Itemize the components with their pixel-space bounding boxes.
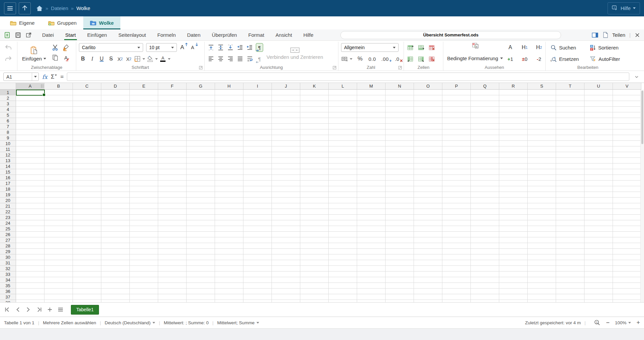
select-all-corner[interactable]	[0, 83, 16, 90]
zoom-in-button[interactable]: +	[636, 320, 640, 326]
status-item-4[interactable]: Mittelwert; Summe	[217, 320, 259, 325]
column-header-D[interactable]: D	[101, 83, 130, 90]
wrap-text-button[interactable]	[246, 54, 253, 63]
row-header-36[interactable]: 36	[0, 289, 16, 294]
background-color-button[interactable]	[146, 54, 154, 63]
style-neutral-button[interactable]: ±0	[521, 54, 528, 63]
italic-button[interactable]: I	[88, 54, 96, 63]
insert-rows-below-button[interactable]	[417, 43, 425, 52]
sheet-list-button[interactable]	[56, 305, 65, 314]
row-header-20[interactable]: 20	[0, 198, 16, 203]
menu-item-5[interactable]: Daten	[182, 30, 206, 39]
font-color-caret-icon[interactable]	[168, 58, 171, 60]
autosum-button[interactable]: Σ	[51, 74, 57, 80]
menu-item-6[interactable]: Überprüfen	[206, 30, 243, 39]
search-button[interactable]: Suchen	[548, 44, 583, 51]
function-wizard-button[interactable]: fx	[42, 74, 47, 80]
superscript-button[interactable]: X2	[125, 54, 132, 63]
row-header-19[interactable]: 19	[0, 192, 16, 198]
column-header-N[interactable]: N	[386, 83, 414, 90]
sidebar-toggle-button[interactable]	[592, 32, 599, 38]
align-left-button[interactable]	[207, 54, 215, 63]
column-header-G[interactable]: G	[187, 83, 215, 90]
row-header-38[interactable]: 38	[0, 300, 16, 302]
strikethrough-button[interactable]: S	[107, 54, 115, 63]
column-header-L[interactable]: L	[329, 83, 357, 90]
replace-button[interactable]: ab Ersetzen	[548, 55, 583, 63]
row-header-8[interactable]: 8	[0, 129, 16, 135]
formula-input[interactable]	[67, 73, 629, 81]
decrease-indent-button[interactable]	[246, 43, 253, 52]
column-header-K[interactable]: K	[300, 83, 329, 90]
autofilter-button[interactable]: AutoFilter	[588, 55, 622, 63]
menu-item-1[interactable]: Start	[60, 30, 82, 39]
breadcrumb-dateien[interactable]: Dateien	[51, 5, 68, 11]
next-sheet-button[interactable]	[24, 305, 33, 314]
row-header-15[interactable]: 15	[0, 169, 16, 175]
subscript-button[interactable]: X2	[116, 54, 124, 63]
tab-eigene[interactable]: Eigene	[3, 16, 41, 29]
row-header-35[interactable]: 35	[0, 283, 16, 289]
row-header-24[interactable]: 24	[0, 220, 16, 226]
row-header-6[interactable]: 6	[0, 118, 16, 124]
vertical-scrollbar[interactable]	[640, 90, 644, 302]
zoom-level[interactable]: 100%	[615, 320, 631, 325]
menu-item-2[interactable]: Einfügen	[82, 30, 113, 39]
add-decimal-button[interactable]: .00+	[381, 54, 389, 63]
left-to-right-button[interactable]: ¶	[256, 43, 263, 52]
insert-columns-right-button[interactable]	[417, 54, 425, 63]
menu-item-4[interactable]: Formeln	[152, 30, 182, 39]
row-header-14[interactable]: 14	[0, 163, 16, 169]
row-header-30[interactable]: 30	[0, 254, 16, 260]
cut-button[interactable]	[51, 43, 59, 52]
align-right-button[interactable]	[227, 54, 234, 63]
justify-button[interactable]	[236, 54, 244, 63]
row-header-37[interactable]: 37	[0, 294, 16, 300]
grow-font-button[interactable]: A	[180, 43, 187, 52]
row-header-22[interactable]: 22	[0, 209, 16, 215]
style-good-button[interactable]: +1	[507, 54, 514, 63]
row-header-32[interactable]: 32	[0, 266, 16, 271]
font-color-button[interactable]: A	[159, 54, 167, 63]
font-size-combobox[interactable]: 10 pt	[146, 43, 177, 52]
share-button[interactable]: Teilen	[612, 32, 625, 38]
remove-decimal-button[interactable]: .0✕	[394, 54, 401, 63]
column-header-E[interactable]: E	[130, 83, 158, 90]
document-properties-icon[interactable]	[603, 32, 608, 38]
right-to-left-button[interactable]: ¶	[256, 54, 263, 63]
home-icon[interactable]	[36, 5, 43, 11]
close-document-button[interactable]	[635, 32, 640, 38]
alignment-group-expand-icon[interactable]	[333, 66, 336, 70]
increase-indent-button[interactable]	[236, 43, 244, 52]
parent-folder-button[interactable]	[19, 2, 31, 14]
row-header-3[interactable]: 3	[0, 101, 16, 107]
help-button[interactable]: ? Hilfe	[608, 2, 640, 14]
sort-button[interactable]: AZ Sortieren	[588, 44, 621, 51]
shrink-font-button[interactable]: A	[190, 43, 198, 52]
redo-button[interactable]	[5, 54, 12, 63]
style-heading1-button[interactable]: H1	[521, 43, 528, 52]
number-group-expand-icon[interactable]	[398, 66, 402, 70]
row-header-27[interactable]: 27	[0, 237, 16, 243]
delete-columns-button[interactable]	[428, 54, 435, 63]
name-box-caret[interactable]	[32, 73, 38, 81]
borders-caret-icon[interactable]	[142, 58, 145, 60]
row-header-26[interactable]: 26	[0, 232, 16, 237]
number-format-combobox[interactable]: Allgemein	[341, 43, 399, 52]
row-header-28[interactable]: 28	[0, 243, 16, 249]
status-item-1[interactable]: Mehrere Zellen auswählen	[43, 320, 96, 325]
app-menu-button[interactable]	[4, 2, 16, 14]
menu-item-7[interactable]: Format	[243, 30, 270, 39]
add-sheet-button[interactable]	[45, 305, 54, 314]
background-color-caret-icon[interactable]	[155, 58, 158, 60]
style-default-button[interactable]: A	[507, 43, 514, 52]
column-header-U[interactable]: U	[584, 83, 613, 90]
zoom-out-button[interactable]: −	[606, 320, 610, 326]
copy-button[interactable]	[51, 53, 59, 62]
menu-item-3[interactable]: Seitenlayout	[113, 30, 152, 39]
menu-item-9[interactable]: Hilfe	[298, 30, 319, 39]
style-heading2-button[interactable]: H2	[535, 43, 543, 52]
row-header-23[interactable]: 23	[0, 215, 16, 220]
row-header-1[interactable]: 1	[0, 90, 16, 95]
row-header-33[interactable]: 33	[0, 271, 16, 277]
